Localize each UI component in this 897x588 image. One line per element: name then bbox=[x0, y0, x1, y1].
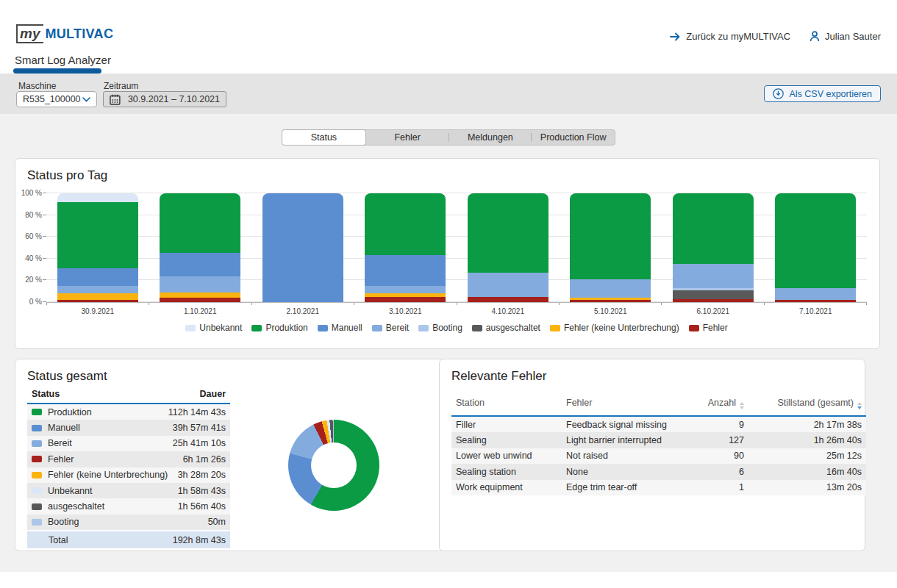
status-swatch-manuell bbox=[32, 425, 42, 431]
x-axis-tick bbox=[560, 303, 662, 305]
status-label: ausgeschaltet bbox=[48, 501, 178, 512]
view-tab-production-flow[interactable]: Production Flow bbox=[532, 130, 615, 145]
legend-item: Produktion bbox=[251, 323, 307, 333]
bar-6.10.2021[interactable] bbox=[673, 193, 754, 302]
status-swatch-booting bbox=[32, 519, 42, 526]
user-icon bbox=[810, 31, 820, 42]
bar-4.10.2021[interactable] bbox=[468, 193, 548, 302]
y-axis-label: 20 % bbox=[12, 276, 42, 284]
x-axis-label: 30.9.2021 bbox=[46, 307, 149, 315]
cell-fehler: Not raised bbox=[566, 451, 678, 461]
col-station: Station bbox=[456, 398, 566, 409]
status-row-fehler: Fehler6h 1m 26s bbox=[27, 451, 230, 467]
cell-station: Work equipment bbox=[456, 482, 566, 492]
chevron-down-icon bbox=[82, 97, 90, 102]
fehler-row: SealingLight barrier interrupted1271h 26… bbox=[451, 432, 866, 448]
status-gesamt-header: Status Dauer bbox=[27, 387, 230, 404]
top-header: my MULTIVAC Zurück zu myMULTIVAC Julian … bbox=[0, 0, 897, 74]
period-label: Zeitraum bbox=[104, 81, 138, 91]
machine-label: Maschine bbox=[18, 81, 56, 91]
status-row-fehler_ku: Fehler (keine Unterbrechung)3h 28m 20s bbox=[27, 467, 230, 483]
col-label: Anzahl bbox=[708, 398, 736, 408]
status-swatch-unbekannt bbox=[32, 487, 42, 494]
view-tab-fehler[interactable]: Fehler bbox=[366, 130, 449, 145]
export-csv-label: Als CSV exportieren bbox=[789, 89, 872, 99]
legend-swatch-bereit bbox=[372, 325, 382, 331]
bar-segment-bereit bbox=[365, 286, 446, 293]
view-tab-status[interactable]: Status bbox=[282, 129, 366, 146]
bar-30.9.2021[interactable] bbox=[57, 193, 138, 302]
cell-anzahl: 1 bbox=[678, 482, 744, 492]
cell-fehler: Light barrier interrupted bbox=[566, 435, 678, 445]
bar-segment-produktion bbox=[673, 193, 754, 264]
total-value: 192h 8m 43s bbox=[173, 535, 226, 545]
bar-segment-bereit bbox=[775, 288, 856, 300]
export-csv-button[interactable]: Als CSV exportieren bbox=[764, 85, 881, 102]
brand-logo: my MULTIVAC bbox=[16, 24, 113, 43]
bar-segment-manuell bbox=[160, 253, 240, 276]
col-label: Station bbox=[456, 398, 485, 408]
bar-segment-produktion bbox=[365, 193, 446, 255]
bar-segment-fehler bbox=[468, 297, 548, 302]
cell-anzahl: 90 bbox=[678, 451, 744, 461]
legend-label: Bereit bbox=[386, 323, 409, 333]
legend-item: Manuell bbox=[318, 323, 362, 333]
filter-bar: Maschine R535_100000 Zeitraum 30.9.2021 … bbox=[0, 74, 897, 114]
machine-select[interactable]: R535_100000 bbox=[16, 91, 97, 107]
status-swatch-fehler bbox=[32, 456, 42, 462]
view-tab-meldungen[interactable]: Meldungen bbox=[449, 130, 532, 145]
bar-3.10.2021[interactable] bbox=[365, 193, 446, 302]
period-value: 30.9.2021 – 7.10.2021 bbox=[128, 94, 220, 104]
col-label: Stillstand (gesamt) bbox=[777, 398, 854, 408]
cell-stillstand: 13m 20s bbox=[744, 482, 862, 492]
fehler-row: Lower web unwindNot raised9025m 12s bbox=[451, 448, 866, 464]
user-name: Julian Sauter bbox=[825, 31, 881, 42]
legend-label: Fehler (keine Unterbrechung) bbox=[564, 323, 679, 333]
col-stillstand-gesamt-[interactable]: Stillstand (gesamt) bbox=[744, 398, 862, 409]
legend-item: Unbekannt bbox=[185, 323, 242, 333]
status-pro-tag-card: Status pro Tag 0 %20 %40 %60 %80 %100 % … bbox=[15, 158, 880, 349]
y-axis-label: 40 % bbox=[12, 254, 42, 262]
cell-anzahl: 6 bbox=[678, 467, 744, 477]
bar-2.10.2021[interactable] bbox=[262, 193, 343, 302]
cell-fehler: Edge trim tear-off bbox=[566, 482, 678, 492]
download-icon bbox=[773, 88, 784, 99]
bar-segment-bereit bbox=[57, 286, 138, 293]
status-gesamt-rows: Produktion112h 14m 43sManuell39h 57m 41s… bbox=[27, 404, 230, 548]
x-axis-tick bbox=[662, 303, 764, 305]
logo-my: my bbox=[16, 24, 43, 43]
user-menu[interactable]: Julian Sauter bbox=[810, 31, 881, 42]
col-anzahl[interactable]: Anzahl bbox=[678, 398, 744, 409]
bar-segment-bereit bbox=[673, 264, 754, 288]
period-input[interactable]: 30.9.2021 – 7.10.2021 bbox=[103, 91, 226, 107]
status-donut-chart bbox=[288, 420, 379, 511]
x-axis bbox=[46, 302, 867, 305]
bar-segment-ausgeschaltet bbox=[673, 290, 754, 299]
bar-segment-fehler bbox=[365, 297, 446, 302]
bar-1.10.2021[interactable] bbox=[160, 193, 240, 302]
x-axis-label: 7.10.2021 bbox=[765, 307, 868, 315]
status-gesamt-title: Status gesamt bbox=[27, 369, 107, 384]
status-row-produktion: Produktion112h 14m 43s bbox=[27, 404, 230, 420]
status-swatch-bereit bbox=[32, 440, 42, 447]
bar-segment-manuell bbox=[262, 193, 343, 302]
calendar-icon bbox=[110, 94, 121, 105]
fehler-row: Work equipmentEdge trim tear-off113m 20s bbox=[451, 480, 866, 495]
back-to-mymultivac-link[interactable]: Zurück zu myMULTIVAC bbox=[670, 31, 790, 42]
status-swatch-fehler_ku bbox=[32, 472, 42, 478]
relevante-fehler-rows: FillerFeedback signal missing92h 17m 38s… bbox=[451, 417, 866, 495]
col-fehler: Fehler bbox=[566, 398, 678, 409]
cell-stillstand: 2h 17m 38s bbox=[744, 420, 862, 430]
legend-item: Fehler bbox=[689, 323, 728, 333]
donut-hole bbox=[311, 442, 357, 488]
tab-smart-log-analyzer[interactable]: Smart Log Analyzer bbox=[15, 54, 111, 66]
status-label: Bereit bbox=[48, 438, 173, 448]
bar-5.10.2021[interactable] bbox=[570, 193, 651, 302]
legend-swatch-produktion bbox=[251, 325, 262, 331]
legend-label: Produktion bbox=[265, 323, 307, 333]
bar-7.10.2021[interactable] bbox=[775, 193, 856, 302]
sort-icon[interactable] bbox=[857, 402, 862, 409]
app-tab-label: Smart Log Analyzer bbox=[15, 54, 111, 66]
status-label: Booting bbox=[48, 517, 208, 527]
col-status: Status bbox=[32, 389, 60, 399]
